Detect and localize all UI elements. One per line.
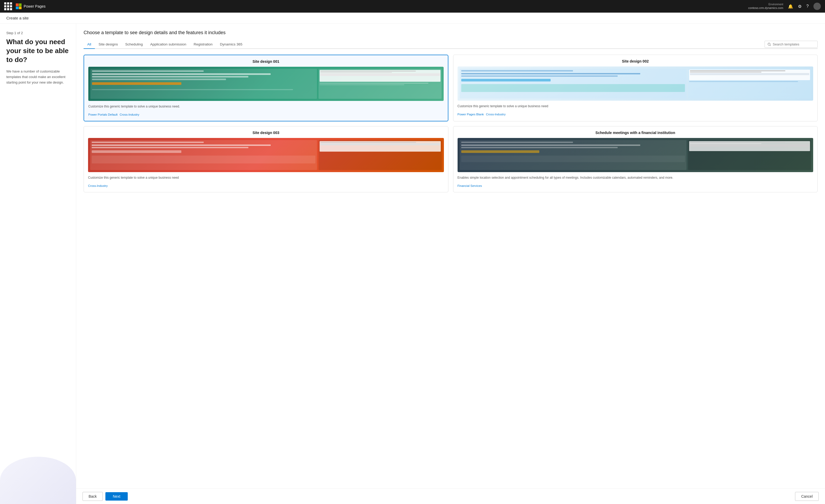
page-header: Create a site: [0, 13, 825, 24]
env-value: contoso.crm.dynamics.com: [748, 6, 783, 10]
topnav: Power Pages Environment contoso.crm.dyna…: [0, 0, 825, 13]
search-icon: [767, 43, 771, 46]
tag-power-pages-blank[interactable]: Power Pages Blank: [458, 112, 484, 116]
settings-icon[interactable]: ⚙: [798, 4, 802, 9]
template-desc-site-001: Customize this generic template to solve…: [88, 104, 444, 109]
template-preview-site-001: [88, 67, 444, 101]
next-button[interactable]: Next: [105, 492, 128, 501]
bottom-bar: Back Next Cancel: [76, 489, 825, 504]
tab-registration[interactable]: Registration: [190, 40, 216, 49]
tab-dynamics-365[interactable]: Dynamics 365: [216, 40, 246, 49]
search-input[interactable]: [773, 42, 815, 46]
sidebar-decoration: [0, 457, 76, 504]
page-title: Create a site: [6, 16, 29, 20]
template-title-site-003: Site design 003: [88, 131, 444, 135]
template-preview-schedule-meetings: [458, 138, 813, 172]
bell-icon[interactable]: 🔔: [788, 4, 793, 9]
env-label: Environment: [768, 3, 783, 6]
template-card-site-001[interactable]: Site design 001: [84, 55, 448, 121]
step-indicator: Step 1 of 2: [6, 31, 70, 35]
templates-grid: Site design 001: [84, 55, 818, 192]
content-area: Choose a template to see design details …: [76, 24, 825, 504]
tag-power-portals-default[interactable]: Power Portals Default: [88, 112, 118, 117]
tab-application-submission[interactable]: Application submission: [146, 40, 190, 49]
template-card-site-002[interactable]: Site design 002: [453, 55, 818, 121]
help-icon[interactable]: ?: [806, 4, 809, 9]
tab-scheduling[interactable]: Scheduling: [122, 40, 147, 49]
template-preview-site-002: [458, 67, 813, 101]
microsoft-logo: Power Pages: [16, 3, 46, 9]
app-name: Power Pages: [24, 4, 46, 8]
topnav-right: Environment contoso.crm.dynamics.com 🔔 ⚙…: [748, 3, 821, 10]
template-tags-site-001: Power Portals Default Cross-Industry: [88, 112, 444, 117]
tag-financial-services[interactable]: Financial Services: [458, 184, 482, 188]
sidebar: Step 1 of 2 What do you need your site t…: [0, 24, 76, 504]
main-layout: Step 1 of 2 What do you need your site t…: [0, 24, 825, 504]
user-avatar[interactable]: [813, 3, 821, 10]
sidebar-description: We have a number of customizable templat…: [6, 69, 70, 85]
tag-cross-industry-003[interactable]: Cross-Industry: [88, 184, 108, 188]
template-title-site-002: Site design 002: [458, 59, 813, 63]
back-button[interactable]: Back: [82, 492, 103, 501]
template-tags-schedule-meetings: Financial Services: [458, 184, 813, 188]
template-desc-site-003: Customize this generic template to solve…: [88, 175, 444, 180]
template-tabs: All Site designs Scheduling Application …: [84, 40, 818, 49]
tab-all[interactable]: All: [84, 40, 95, 49]
environment-info: Environment contoso.crm.dynamics.com: [748, 3, 783, 10]
tag-cross-industry-002[interactable]: Cross-Industry: [486, 112, 506, 116]
tag-cross-industry-001[interactable]: Cross-Industry: [120, 112, 139, 117]
template-desc-schedule-meetings: Enables simple location selection and ap…: [458, 175, 813, 180]
cancel-button[interactable]: Cancel: [795, 492, 819, 501]
template-title-site-001: Site design 001: [88, 59, 444, 64]
tab-site-designs[interactable]: Site designs: [95, 40, 122, 49]
waffle-menu[interactable]: [4, 2, 12, 10]
sidebar-heading: What do you need your site to be able to…: [6, 37, 70, 64]
template-card-schedule-meetings[interactable]: Schedule meetings with a financial insti…: [453, 126, 818, 192]
content-heading: Choose a template to see design details …: [84, 30, 818, 35]
content-inner: Choose a template to see design details …: [76, 24, 825, 489]
template-tags-site-002: Power Pages Blank Cross-Industry: [458, 112, 813, 116]
template-tags-site-003: Cross-Industry: [88, 184, 444, 188]
template-title-schedule-meetings: Schedule meetings with a financial insti…: [458, 131, 813, 135]
template-card-site-003[interactable]: Site design 003: [84, 126, 448, 192]
template-desc-site-002: Customize this generic template to solve…: [458, 104, 813, 108]
search-box[interactable]: [764, 41, 818, 48]
template-preview-site-003: [88, 138, 444, 172]
